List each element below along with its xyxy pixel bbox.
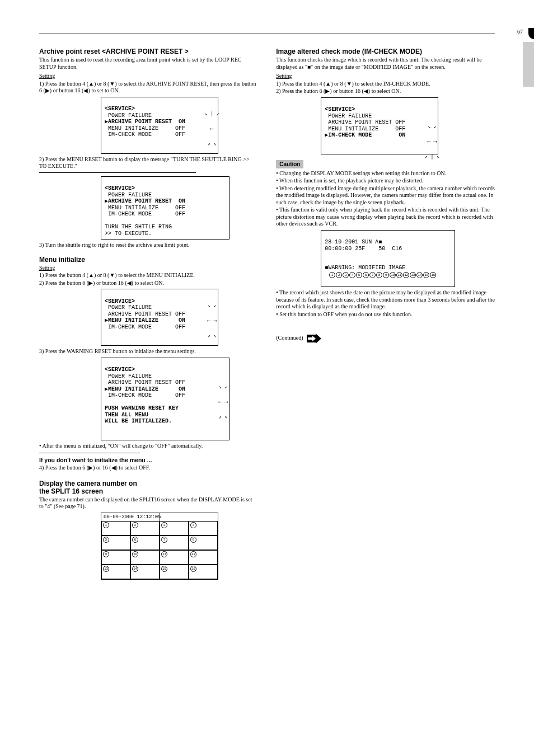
rule-under-after	[39, 453, 140, 453]
caution-label: Caution	[276, 160, 303, 168]
continued-note: (Continued)	[276, 335, 495, 342]
heading-archive-point-reset: Archive point reset <ARCHIVE POINT RESET…	[39, 48, 258, 55]
note-title: If you don't want to initialize the menu…	[39, 457, 258, 463]
right-column: Image altered check mode (IM-CHECK MODE)…	[276, 45, 495, 582]
heading-split16-line1: Display the camera number on	[39, 480, 258, 487]
para-archive-reset: This function is used to reset the recor…	[39, 57, 258, 71]
grid-cell: 13	[101, 565, 130, 579]
top-rule: 67	[39, 34, 495, 34]
shuttle-ring-arrows-icon: ↘ | ↙ ⟵ ↗ ↖	[194, 102, 230, 157]
grid-cell: 5	[101, 536, 130, 550]
heading-menu-initialize: Menu initialize	[39, 256, 258, 264]
grid-cell: 3	[160, 521, 189, 536]
heading-im-check: Image altered check mode (IM-CHECK MODE)	[276, 48, 495, 55]
grid-cell: 14	[130, 565, 160, 579]
manual-page: 67 Archive point reset <ARCHIVE POINT RE…	[0, 0, 534, 756]
step-2-4: 4) Press the button 6 (▶) or 16 (◀) to s…	[39, 464, 258, 472]
step-2-1: 1) Press the button 4 (▲) or 8 (▼) to se…	[39, 272, 258, 279]
service-menu-screenshot-5: <SERVICE> POWER FAILURE ARCHIVE POINT RE…	[321, 97, 438, 154]
continued-arrow-icon	[307, 335, 317, 342]
grid-cell: 8	[189, 536, 218, 550]
page-thumb-tab	[523, 42, 534, 87]
caution-bullet: • Set this function to OFF when you do n…	[276, 311, 495, 318]
page-marker-dot	[528, 28, 534, 39]
setting-label-2: Setting	[39, 265, 258, 272]
warning-display-screenshot: 28-10-2001 SUN A■ 00:00:00 25F 50 C16 ■W…	[321, 230, 455, 288]
service-menu-screenshot-4: <SERVICE> POWER FAILURE ARCHIVE POINT RE…	[101, 358, 229, 440]
content-columns: Archive point reset <ARCHIVE POINT RESET…	[39, 45, 495, 582]
grid-cell: 1	[101, 521, 130, 536]
step-1-3: 3) Turn the shuttle ring to right to res…	[39, 242, 258, 249]
grid-cell: 4	[189, 521, 218, 536]
shuttle-ring-arrows-icon: ↘ ↙ ⟵ ⟶ ↗ | ↖	[414, 115, 450, 170]
caution-bullet: • Changing the DISPLAY MODE settings whe…	[276, 170, 495, 177]
grid-cell: 6	[130, 536, 160, 550]
service-menu-screenshot-2: <SERVICE> POWER FAILURE ▶ARCHIVE POINT R…	[101, 176, 229, 240]
grid-cell: 10	[130, 550, 160, 565]
step-3-1: 1) Press the button 4 (▲) or 8 (▼) to se…	[276, 81, 495, 88]
step-1-1: 1) Press the button 4 (▲) or 8 (▼) to se…	[39, 81, 258, 95]
grid-divider-line	[160, 513, 160, 579]
left-column: Archive point reset <ARCHIVE POINT RESET…	[39, 45, 258, 582]
shuttle-ring-arrows-icon: ↘ ↙ ⟵ ⟶ ↗ ↖	[205, 375, 241, 430]
grid-cell: 7	[160, 536, 189, 550]
para-im-check: This function checks the image which is …	[276, 57, 495, 71]
setting-label-1: Setting	[39, 73, 258, 80]
shuttle-ring-arrows-icon: ↘ ↙ ⟵ ⟶ ↗ ↖	[194, 294, 230, 349]
grid-cell: 2	[130, 521, 160, 536]
grid-cell: 12	[189, 550, 218, 565]
setting-label-3: Setting	[276, 73, 495, 80]
service-menu-screenshot-3: <SERVICE> POWER FAILURE ARCHIVE POINT RE…	[101, 289, 218, 346]
caution-bullet: • This function is valid only when playi…	[276, 206, 495, 228]
caution-bullet: • When this function is set, the playbac…	[276, 177, 495, 185]
step-3-2: 2) Press the button 6 (▶) or button 16 (…	[276, 88, 495, 95]
heading-split16-line2: the SPLIT 16 screen	[39, 487, 258, 495]
grid-cell: 9	[101, 550, 130, 565]
caution-bullet: • The record which just shows the date o…	[276, 289, 495, 311]
grid-cell: 11	[160, 550, 189, 565]
rule-under-step	[39, 172, 196, 173]
step-1-2: 2) Press the MENU RESET button to displa…	[39, 156, 258, 170]
step-2-after: • After the menu is initialized, "ON" wi…	[39, 443, 258, 450]
grid-cell: 16	[189, 565, 218, 579]
service-menu-screenshot-1: <SERVICE> POWER FAILURE ▶ARCHIVE POINT R…	[101, 97, 218, 154]
step-2-2: 2) Press the button 6 (▶) or button 16 (…	[39, 280, 258, 287]
grid-cell: 15	[160, 565, 189, 579]
para-split16: The camera number can be displayed on th…	[39, 496, 258, 510]
split16-screenshot: 06-09-2000 12:12:05 1 2 3 4 5 6 7 8 9 10…	[101, 513, 218, 580]
page-number: 67	[517, 29, 523, 35]
caution-bullet: • When detecting modified image during m…	[276, 185, 495, 206]
